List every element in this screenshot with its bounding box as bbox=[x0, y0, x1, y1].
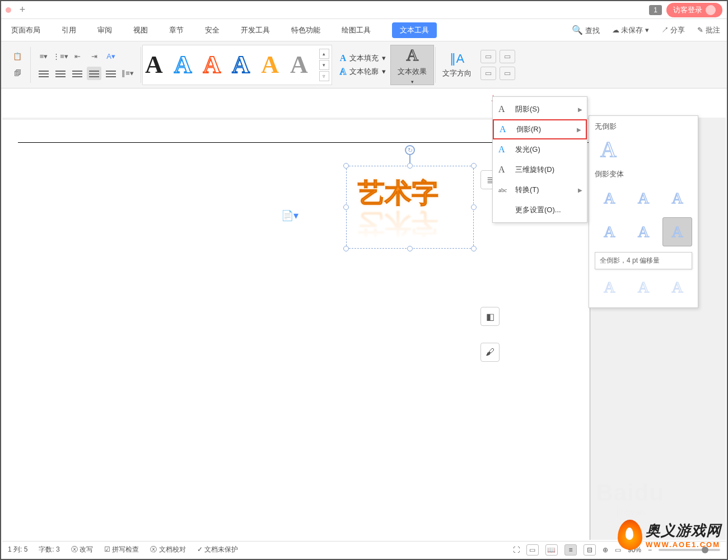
resize-handle[interactable] bbox=[343, 204, 349, 210]
titlebar: + 1 访客登录 bbox=[1, 1, 727, 19]
reflection-variant-5[interactable]: A bbox=[629, 217, 659, 246]
menu-transform[interactable]: abc转换(T)▶ bbox=[493, 180, 587, 200]
no-reflection-option[interactable]: A bbox=[600, 136, 692, 162]
resize-handle[interactable] bbox=[471, 246, 477, 251]
menu-chapters[interactable]: 章节 bbox=[169, 25, 184, 35]
notification-badge[interactable]: 1 bbox=[649, 5, 662, 15]
reflection-variant-4[interactable]: A bbox=[595, 217, 624, 246]
annotate-button[interactable]: ✎ 批注 bbox=[697, 25, 720, 35]
avatar-icon bbox=[706, 5, 716, 15]
wordart-style-3[interactable]: A bbox=[203, 50, 221, 79]
status-spellcheck[interactable]: ☑ 拼写检查 bbox=[104, 545, 139, 554]
wrap-1-icon[interactable]: ▭ bbox=[480, 50, 496, 63]
view-print-icon[interactable]: 📖 bbox=[545, 544, 558, 556]
format-painter-icon[interactable]: 🖌 bbox=[480, 343, 500, 362]
text-direction-icon: ‖A bbox=[450, 52, 464, 66]
menu-references[interactable]: 引用 bbox=[62, 25, 76, 35]
resize-handle[interactable] bbox=[407, 246, 413, 251]
shadow-icon: A bbox=[498, 104, 510, 114]
line-spacing-icon[interactable]: ‖≡▾ bbox=[120, 67, 135, 80]
wordart-selection-box[interactable]: ↻ 艺术字 艺术字 bbox=[346, 166, 474, 249]
fullscreen-icon[interactable]: ⛶ bbox=[513, 546, 520, 554]
view-web-icon[interactable]: ≡ bbox=[564, 544, 577, 556]
unsaved-button[interactable]: ☁ 未保存 ▾ bbox=[612, 25, 649, 35]
wrap-4-icon[interactable]: ▭ bbox=[500, 67, 515, 80]
no-reflection-label: 无倒影 bbox=[595, 122, 692, 132]
baidu-sub-watermark: jingyan. bbox=[617, 507, 647, 517]
wordart-style-4[interactable]: A bbox=[232, 50, 250, 79]
globe-icon[interactable]: ⊕ bbox=[603, 546, 608, 554]
reflection-variant-7[interactable]: A bbox=[595, 273, 624, 302]
menu-text-tools[interactable]: 文本工具 bbox=[392, 22, 437, 38]
menu-glow[interactable]: A发光(G) bbox=[493, 139, 587, 160]
view-read-icon[interactable]: ▭ bbox=[526, 544, 539, 556]
copy-icon[interactable]: 🗐 bbox=[10, 67, 25, 80]
status-protect[interactable]: ✓ 文档未保护 bbox=[197, 545, 238, 554]
status-rewrite[interactable]: ⓧ 改写 bbox=[71, 545, 93, 554]
paste-icon[interactable]: 📋 bbox=[10, 50, 25, 63]
align-distribute-icon[interactable] bbox=[104, 67, 118, 80]
align-justify-icon[interactable] bbox=[87, 67, 101, 80]
wrap-group: ▭ ▭ ▭ ▭ bbox=[477, 46, 519, 83]
text-effect-menu: A阴影(S)▶ A倒影(R)▶ A发光(G) A三维旋转(D) abc转换(T)… bbox=[492, 96, 587, 223]
rotate-handle-icon[interactable]: ↻ bbox=[405, 145, 415, 155]
resize-handle[interactable] bbox=[471, 204, 477, 210]
menu-view[interactable]: 视图 bbox=[133, 25, 148, 35]
reflection-variant-6[interactable]: A bbox=[662, 217, 692, 246]
menu-reflection[interactable]: A倒影(R)▶ bbox=[493, 119, 587, 139]
menu-review[interactable]: 审阅 bbox=[97, 25, 112, 35]
menu-3d-rotate[interactable]: A三维旋转(D) bbox=[493, 160, 587, 180]
text-outline-button[interactable]: A 文本轮廓 ▾ bbox=[340, 67, 386, 77]
text-effect-button[interactable]: A 文本效果▾ bbox=[390, 45, 434, 85]
insert-cursor-icon: 📄▾ bbox=[281, 209, 298, 222]
reflection-variant-3[interactable]: A bbox=[662, 184, 692, 213]
wordart-style-6[interactable]: A bbox=[290, 50, 308, 79]
wrap-2-icon[interactable]: ▭ bbox=[500, 50, 515, 63]
resize-handle[interactable] bbox=[471, 163, 477, 169]
search-button[interactable]: 🔍 查找 bbox=[572, 25, 600, 36]
bullet-list-icon[interactable]: ≡▾ bbox=[36, 50, 51, 63]
text-direction-button[interactable]: ‖A 文字方向 bbox=[437, 48, 477, 82]
fill-options-icon[interactable]: ◧ bbox=[480, 307, 500, 326]
reflection-variant-1[interactable]: A bbox=[595, 184, 624, 213]
status-word-count[interactable]: 字数: 3 bbox=[39, 545, 59, 554]
search-icon: 🔍 bbox=[572, 25, 583, 35]
ribbon: 📋 🗐 ≡▾ ⋮≡▾ ⇤ ⇥ A▾ ‖≡▾ A A A A A A ▴▾▿ A … bbox=[1, 41, 727, 88]
status-proof[interactable]: ⓧ 文档校对 bbox=[150, 545, 185, 554]
resize-handle[interactable] bbox=[343, 163, 349, 169]
menu-drawing[interactable]: 绘图工具 bbox=[342, 25, 371, 35]
wordart-style-5[interactable]: A bbox=[261, 50, 279, 79]
align-right-icon[interactable] bbox=[70, 67, 85, 80]
resize-handle[interactable] bbox=[407, 163, 413, 169]
reflection-variant-2[interactable]: A bbox=[629, 184, 659, 213]
wrap-3-icon[interactable]: ▭ bbox=[480, 67, 496, 80]
indent-right-icon[interactable]: ⇥ bbox=[87, 50, 101, 63]
reflection-variant-9[interactable]: A bbox=[662, 273, 692, 302]
site-logo: 奥义游戏网 WWW.AOE1.COM bbox=[618, 520, 721, 550]
wordart-style-2[interactable]: A bbox=[174, 50, 192, 79]
align-left-icon[interactable] bbox=[36, 67, 51, 80]
transform-icon: abc bbox=[498, 186, 510, 193]
resize-handle[interactable] bbox=[343, 246, 349, 251]
gallery-scroll[interactable]: ▴▾▿ bbox=[319, 49, 329, 81]
paste-group: 📋 🗐 bbox=[6, 46, 29, 83]
guest-login-button[interactable]: 访客登录 bbox=[666, 3, 722, 17]
number-list-icon[interactable]: ⋮≡▾ bbox=[53, 50, 68, 63]
menu-devtools[interactable]: 开发工具 bbox=[241, 25, 270, 35]
menu-page-layout[interactable]: 页面布局 bbox=[11, 25, 40, 35]
text-color-icon[interactable]: A▾ bbox=[104, 50, 118, 63]
menu-features[interactable]: 特色功能 bbox=[291, 25, 320, 35]
text-fill-button[interactable]: A 文本填充 ▾ bbox=[340, 53, 386, 63]
wordart-style-1[interactable]: A bbox=[145, 50, 163, 79]
reflection-variant-8[interactable]: A bbox=[629, 273, 659, 302]
indent-left-icon[interactable]: ⇤ bbox=[70, 50, 85, 63]
menu-shadow[interactable]: A阴影(S)▶ bbox=[493, 99, 587, 119]
share-button[interactable]: ↗ 分享 bbox=[661, 25, 685, 35]
menu-more-settings[interactable]: 更多设置(O)... bbox=[493, 200, 587, 220]
view-outline-icon[interactable]: ⊟ bbox=[584, 544, 596, 556]
new-tab-button[interactable]: + bbox=[16, 3, 29, 17]
menu-security[interactable]: 安全 bbox=[205, 25, 220, 35]
window-close-dot[interactable] bbox=[6, 7, 11, 13]
status-column[interactable]: 1 列: 5 bbox=[8, 545, 27, 554]
align-center-icon[interactable] bbox=[53, 67, 68, 80]
